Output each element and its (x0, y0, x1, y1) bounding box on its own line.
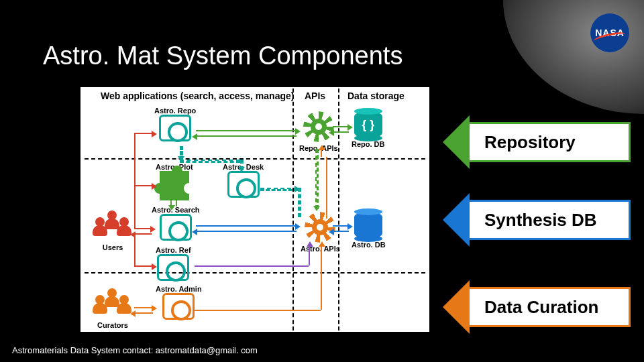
browser-refresh-icon (159, 115, 191, 141)
asteroid-backdrop (503, 0, 644, 114)
arrow (134, 307, 153, 308)
arrow (260, 188, 298, 191)
divider-row-1 (85, 158, 425, 160)
label-astro-ref: Astro. Ref (156, 247, 191, 254)
arrow (195, 265, 309, 267)
footer-contact: Astromaterials Data System contact: astr… (12, 345, 258, 355)
users-icon (93, 288, 133, 319)
divider-vertical-2 (338, 88, 339, 330)
callout-repository-label: Repository (470, 122, 631, 162)
browser-refresh-icon (157, 254, 189, 281)
arrow (134, 233, 136, 265)
label-users: Users (93, 244, 133, 251)
arrow (195, 310, 321, 311)
arrow (298, 188, 301, 217)
arrow (333, 231, 349, 232)
arrow (134, 185, 153, 186)
divider-row-2 (85, 272, 425, 274)
arrow (309, 245, 310, 265)
section-header-apis: APIs (305, 91, 325, 101)
arrow (196, 130, 297, 131)
arrow (240, 160, 244, 170)
label-astro-db: Astro. DB (352, 241, 386, 249)
arrow (326, 157, 327, 219)
arrow (315, 149, 319, 209)
browser-refresh-icon (162, 293, 195, 320)
node-astro-db: Astro. DB (352, 212, 386, 249)
arrow (321, 149, 322, 157)
architecture-diagram: Web applications (search, access, manage… (80, 87, 429, 332)
arrow (134, 233, 152, 235)
browser-refresh-icon (160, 214, 192, 241)
node-users: Users (93, 210, 133, 251)
arrow (134, 133, 153, 134)
divider-vertical-1 (292, 88, 294, 330)
label-astro-repo: Astro. Repo (154, 107, 196, 115)
gear-icon (305, 212, 335, 243)
arrow (333, 131, 349, 133)
section-header-storage: Data storage (347, 91, 405, 101)
arrow (333, 126, 349, 127)
callout-curation-label: Data Curation (470, 287, 631, 327)
arrow (180, 160, 240, 163)
section-header-web: Web applications (search, access, manage… (101, 91, 294, 101)
nasa-logo: NASA (590, 13, 629, 52)
node-astro-admin: Astro. Admin (156, 286, 202, 322)
arrow (180, 146, 183, 160)
arrow (134, 228, 152, 229)
node-astro-repo: Astro. Repo (154, 107, 196, 144)
arrow (170, 198, 172, 206)
users-icon (93, 210, 133, 241)
label-astro-search: Astro. Search (152, 206, 200, 214)
arrow (196, 135, 297, 137)
label-curators: Curators (93, 322, 133, 329)
page-title: Astro. Mat System Components (43, 42, 402, 70)
label-astro-admin: Astro. Admin (156, 286, 202, 293)
arrow (196, 231, 297, 232)
node-curators: Curators (93, 288, 133, 329)
arrow (196, 225, 297, 227)
database-icon (354, 212, 382, 239)
arrow (134, 265, 153, 267)
node-astro-search: Astro. Search (152, 206, 200, 243)
callout-curation: Data Curation (443, 280, 631, 334)
arrow (176, 198, 177, 206)
gear-icon (303, 111, 334, 142)
callout-synthesis: Synthesis DB (443, 193, 631, 247)
arrow (134, 133, 136, 228)
browser-refresh-icon (227, 171, 260, 198)
arrow (321, 245, 322, 310)
arrow (333, 225, 349, 227)
arrow (134, 312, 153, 314)
node-repo-db: { } Repo. DB (352, 111, 385, 148)
node-astro-ref: Astro. Ref (156, 247, 191, 284)
callout-repository: Repository (443, 115, 631, 169)
database-icon: { } (354, 111, 382, 138)
label-repo-db: Repo. DB (352, 141, 385, 148)
callout-synthesis-label: Synthesis DB (470, 200, 631, 240)
